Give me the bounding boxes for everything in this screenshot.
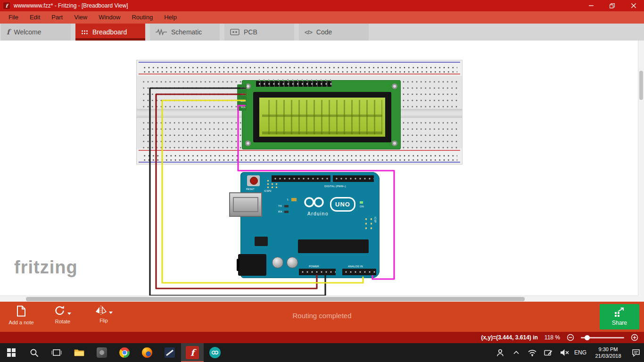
horizontal-scrollbar[interactable] <box>0 296 638 302</box>
app-icon-2 <box>165 347 175 358</box>
action-center-button[interactable] <box>628 343 644 362</box>
chrome-icon <box>119 347 130 358</box>
reset-button <box>247 175 260 186</box>
arduino-infinity-logo <box>302 196 328 211</box>
minimize-button[interactable] <box>580 0 602 11</box>
tab-pcb[interactable]: PCB <box>224 24 294 41</box>
restore-button[interactable] <box>602 0 623 11</box>
rx-label: RX <box>278 210 282 213</box>
digital-header-right <box>333 175 374 182</box>
analog-header-label: ANALOG IN <box>348 265 363 268</box>
reset-label: RESET <box>246 188 255 190</box>
menu-item-part[interactable]: Part <box>46 11 68 24</box>
windows-logo-icon <box>7 348 16 357</box>
menu-item-file[interactable]: File <box>3 11 24 24</box>
pcb-icon <box>230 29 239 35</box>
code-icon: </> <box>305 29 312 36</box>
breadboard-canvas[interactable]: fritzing GND <box>0 41 644 302</box>
zoom-out-button[interactable] <box>567 334 574 341</box>
app-button-1[interactable] <box>91 343 113 362</box>
led-l <box>291 198 297 201</box>
view-tabbar: f Welcome Breadboard Schematic PCB </> C… <box>0 24 644 41</box>
zoom-in-button[interactable] <box>631 334 638 341</box>
hidden-icons-button[interactable] <box>508 343 524 362</box>
breadboard-grid-icon <box>81 30 88 35</box>
tab-schematic-label: Schematic <box>171 28 202 36</box>
action-center-icon <box>632 349 640 357</box>
fritzing-f-icon: f <box>7 28 9 36</box>
date-label: 21/03/2018 <box>595 353 621 359</box>
search-button[interactable] <box>23 343 45 362</box>
tab-code[interactable]: </> Code <box>299 24 369 41</box>
fritzing-taskbar-button[interactable]: f <box>181 343 204 362</box>
on-label: ON <box>360 205 364 208</box>
led-tx <box>284 205 289 207</box>
menu-item-window[interactable]: Window <box>93 11 126 24</box>
cursor-coordinates: (x,y)=(3.444, 3.614) in <box>481 334 537 341</box>
lcd-mounting-hole <box>392 140 397 146</box>
menu-item-view[interactable]: View <box>68 11 93 24</box>
vertical-scrollbar-thumb[interactable] <box>639 71 643 100</box>
share-label: Share <box>612 320 627 326</box>
system-tray: ENG 9:30 PM 21/03/2018 <box>492 343 644 362</box>
task-view-button[interactable] <box>45 343 68 362</box>
share-icon <box>614 307 625 318</box>
volume-muted-icon <box>560 349 569 356</box>
start-button[interactable] <box>0 343 23 362</box>
icsp2-label: ICSP2 <box>264 189 271 192</box>
chrome-button[interactable] <box>113 343 136 362</box>
led-rx <box>284 211 289 213</box>
arduino-brand-label: Arduino <box>307 211 329 216</box>
status-bar: (x,y)=(3.444, 3.614) in 118 % <box>0 332 644 343</box>
arduino-uno[interactable]: RESET ICSP2 DIGITAL (PWM~) L TX RX UNO A… <box>240 172 380 278</box>
wifi-button[interactable] <box>524 343 540 362</box>
app-button-3[interactable] <box>204 343 226 362</box>
firefox-icon <box>142 347 152 358</box>
firefox-button[interactable] <box>136 343 158 362</box>
people-icon <box>496 348 504 357</box>
breadboard-power-rail-top <box>137 60 462 76</box>
zoom-slider-knob[interactable] <box>585 335 590 340</box>
tab-schematic[interactable]: Schematic <box>150 24 220 41</box>
tx-label: TX <box>278 205 282 207</box>
zoom-level: 118 % <box>545 334 560 341</box>
lcd-bezel <box>253 92 391 142</box>
tab-pcb-label: PCB <box>244 28 257 36</box>
vertical-scrollbar[interactable] <box>638 41 644 296</box>
power-header-label: POWER <box>309 265 319 268</box>
voltage-regulator <box>255 237 268 246</box>
lcd-pin-scl-label: SCL <box>241 106 247 108</box>
bottom-toolbar: Add a note Rotate Flip Routing completed… <box>0 302 644 332</box>
folder-icon <box>74 348 84 357</box>
horizontal-scrollbar-thumb[interactable] <box>26 297 525 301</box>
close-button[interactable] <box>623 0 644 11</box>
restore-icon <box>610 3 615 8</box>
scrollbar-corner <box>638 296 644 302</box>
menu-item-help[interactable]: Help <box>158 11 182 24</box>
people-button[interactable] <box>492 343 508 362</box>
wifi-icon <box>528 349 537 356</box>
led-l-label: L <box>287 198 289 201</box>
icsp-header <box>362 216 372 230</box>
clock[interactable]: 9:30 PM 21/03/2018 <box>588 343 628 362</box>
menu-item-routing[interactable]: Routing <box>126 11 158 24</box>
tab-welcome[interactable]: f Welcome <box>1 24 71 41</box>
tab-breadboard[interactable]: Breadboard <box>75 24 145 41</box>
pen-workspace-button[interactable] <box>540 343 556 362</box>
file-explorer-button[interactable] <box>68 343 91 362</box>
share-button[interactable]: Share <box>600 304 639 329</box>
zoom-slider[interactable] <box>581 337 624 338</box>
close-icon <box>631 3 636 8</box>
fritzing-window: f wwwwwww.fzz* - Fritzing - [Breadboard … <box>0 0 644 362</box>
volume-button[interactable] <box>556 343 572 362</box>
titlebar: f wwwwwww.fzz* - Fritzing - [Breadboard … <box>0 0 644 11</box>
lcd-character-grid <box>262 100 382 134</box>
capacitor <box>287 257 298 268</box>
menu-item-edit[interactable]: Edit <box>24 11 46 24</box>
language-indicator[interactable]: ENG <box>572 343 588 362</box>
app-button-2[interactable] <box>158 343 181 362</box>
tab-code-label: Code <box>316 28 332 36</box>
uno-badge: UNO <box>330 197 355 212</box>
windows-taskbar: f ENG 9:3 <box>0 343 644 362</box>
lcd-16x2-display[interactable]: GND VCC SDA SCL <box>242 80 401 149</box>
